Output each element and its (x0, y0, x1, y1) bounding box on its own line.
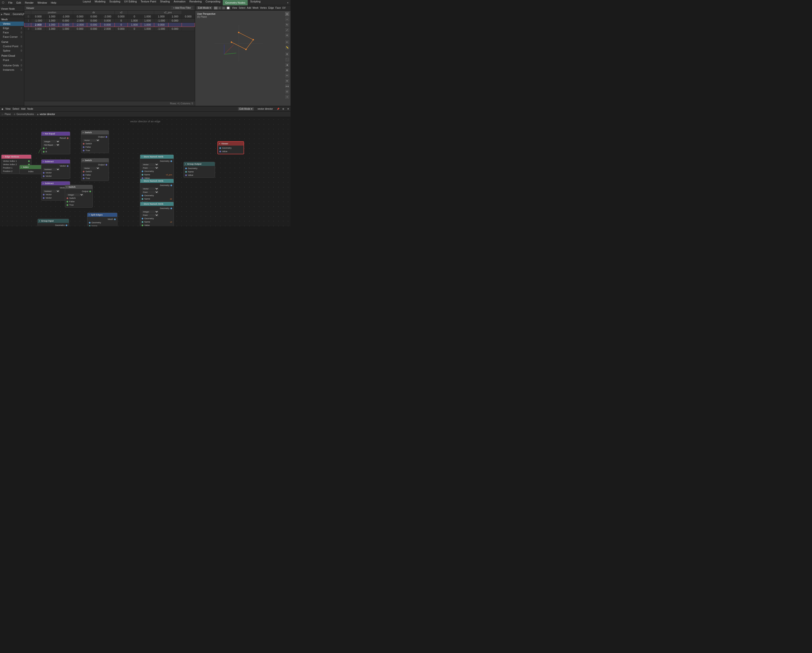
sidebar-item-spline[interactable]: Spline0 (0, 49, 24, 53)
store-named3-node[interactable]: ▸ Store Named Attrib Geometry Integer Po… (140, 202, 174, 226)
scale-tool[interactable]: ⤢ (285, 28, 290, 32)
table-cell[interactable]: -1.000 (154, 18, 168, 23)
sidebar-item-face[interactable]: Face 0 (0, 30, 24, 35)
sidebar-item-vertex[interactable]: Vertex (0, 21, 24, 26)
table-cell[interactable]: 2.000 (100, 27, 114, 31)
table-cell[interactable]: 0.000 (100, 23, 114, 27)
not-equal-op[interactable]: Not Equal (41, 143, 70, 147)
view-menu[interactable]: View (232, 6, 237, 9)
transform-tool[interactable]: ✛ (285, 33, 290, 38)
select-menu[interactable]: Select (239, 6, 246, 9)
sidebar-item-control-point[interactable]: Control Point0 (0, 44, 24, 49)
switch-int-type[interactable]: Integer (65, 193, 93, 196)
table-cell[interactable] (168, 23, 182, 27)
group-output-node[interactable]: ▸ Group Output Geometry Name Value (183, 162, 215, 178)
tab-layout[interactable]: Layout (81, 0, 92, 5)
breadcrumb-geometry-nodes[interactable]: GeometryNodes (17, 113, 34, 116)
edge-slide-tool[interactable]: ⟷ (285, 84, 290, 89)
move-tool[interactable]: ↔ (285, 17, 290, 22)
bevel-tool[interactable]: ◈ (285, 63, 290, 67)
table-cell[interactable]: 0.000 (182, 15, 195, 18)
rip-tool[interactable]: ⊸ (285, 95, 290, 99)
edge-menu[interactable]: Edge (268, 6, 274, 9)
table-cell[interactable]: 0.000 (168, 18, 182, 23)
node-add-menu[interactable]: Add (21, 107, 25, 110)
group-input-node[interactable]: ▸ Group Input Geometry Geometry (38, 219, 69, 226)
table-cell[interactable]: 1.000 (128, 23, 141, 27)
table-cell[interactable]: 0.000 (154, 23, 168, 27)
shrink-tool[interactable]: ⊙ (285, 89, 290, 94)
store-named2-type[interactable]: Vector (140, 187, 174, 190)
breadcrumb-plane[interactable]: Plane (5, 113, 11, 116)
store-named2-domain[interactable]: Point (140, 190, 174, 194)
sidebar-item-point[interactable]: Point0 (0, 58, 24, 62)
face-menu[interactable]: Face (276, 6, 281, 9)
table-cell[interactable]: 0.000 (114, 15, 128, 18)
menu-file[interactable]: File (6, 1, 15, 4)
table-cell[interactable]: 1.000 (128, 18, 141, 23)
cursor-tool[interactable]: ⊕ (285, 12, 290, 17)
table-cell[interactable]: 1.000 (46, 18, 59, 23)
table-cell[interactable]: 0.000 (59, 18, 73, 23)
measure-tool[interactable]: 📏 (285, 45, 290, 50)
tab-animation[interactable]: Animation (172, 0, 187, 5)
annotate-tool[interactable]: ✏ (285, 40, 290, 44)
table-cell[interactable]: 1.000 (141, 23, 154, 27)
loop-cut-tool[interactable]: ⊞ (285, 68, 290, 73)
tab-modeling[interactable]: Modeling (93, 0, 107, 5)
sidebar-item-face-corner[interactable]: Face Corner 0 (0, 35, 24, 39)
sidebar-item-volume-grids[interactable]: Volume Grids0 (0, 63, 24, 67)
table-cell[interactable]: 2.000 (31, 23, 46, 27)
not-equal-node[interactable]: ▸ Not Equal Result Integer Not Equal A (41, 132, 70, 154)
table-cell[interactable] (182, 27, 195, 31)
rotate-tool[interactable]: ↻ (285, 22, 290, 27)
table-cell[interactable]: 1.000 (46, 27, 59, 31)
blender-logo-icon[interactable]: ⬡ (0, 1, 6, 4)
table-cell[interactable]: 0.000 (31, 15, 46, 18)
split-edges-node[interactable]: ▸ Split Edges Mesh Geometry Name (87, 213, 118, 226)
node-select-menu[interactable]: Select (12, 107, 19, 110)
table-cell[interactable]: -1.000 (154, 27, 168, 31)
add-menu[interactable]: Add (247, 6, 251, 9)
node-settings-icon[interactable]: ⚙ (282, 108, 284, 110)
table-cell[interactable] (182, 18, 195, 23)
store-named1-type[interactable]: Vector (140, 163, 174, 166)
table-cell[interactable]: 0.000 (87, 23, 100, 27)
extrude-tool[interactable]: ⬆ (285, 52, 290, 57)
table-cell[interactable]: 0.000 (87, 27, 100, 31)
store-named3-domain[interactable]: Point (140, 213, 174, 217)
table-cell[interactable]: 0 (128, 27, 141, 31)
table-cell[interactable]: 0 (114, 23, 128, 27)
table-cell[interactable]: -2.000 (73, 18, 87, 23)
node-edit-mode[interactable]: Edit Mode ▾ (238, 107, 254, 110)
sidebar-item-instances[interactable]: Instances 0 (0, 67, 24, 72)
menu-edit[interactable]: Edit (15, 1, 23, 4)
scene-icon[interactable]: + (285, 1, 290, 4)
node-pin-icon[interactable]: 📌 (277, 108, 279, 110)
subtract1-node[interactable]: ▸ Subtract Vector Subtract Vector Vector (41, 159, 70, 179)
switch1-type[interactable]: Vector (81, 139, 109, 142)
switch1-node[interactable]: ▸ Switch Output Vector Switch False (81, 130, 109, 153)
table-cell[interactable] (182, 23, 195, 27)
node-close-icon[interactable]: ✕ (287, 107, 289, 110)
table-cell[interactable]: 1.000 (46, 23, 59, 27)
not-equal-type[interactable]: Integer (41, 140, 70, 143)
table-cell[interactable]: 1.000 (141, 15, 154, 18)
table-cell[interactable]: -1.000 (31, 18, 46, 23)
switch2-type[interactable]: Vector (81, 167, 109, 170)
table-cell[interactable]: 1.000 (59, 27, 73, 31)
inset-tool[interactable]: ⬛ (285, 57, 290, 62)
table-cell[interactable]: 0.000 (73, 15, 87, 18)
viewer-node-graph[interactable]: ▸ Viewer Geometry Value (217, 141, 244, 154)
tab-compositing[interactable]: Compositing (204, 0, 222, 5)
sidebar-item-edge[interactable]: Edge 2 (0, 26, 24, 30)
table-cell[interactable]: -2.000 (73, 23, 87, 27)
store-named2-node[interactable]: ▸ Store Named Attrib Geometry Vector Poi… (140, 179, 174, 205)
table-cell[interactable]: 0.000 (59, 23, 73, 27)
add-row-filter-button[interactable]: + Add Row Filter (171, 6, 193, 10)
table-cell[interactable]: 1.000 (141, 18, 154, 23)
switch-int-node[interactable]: ▸ Switch Output Integer Switch False (65, 185, 93, 208)
tab-sculpting[interactable]: Sculpting (108, 0, 122, 5)
node-view-menu[interactable]: View (5, 107, 11, 110)
table-cell[interactable]: -2.000 (100, 15, 114, 18)
